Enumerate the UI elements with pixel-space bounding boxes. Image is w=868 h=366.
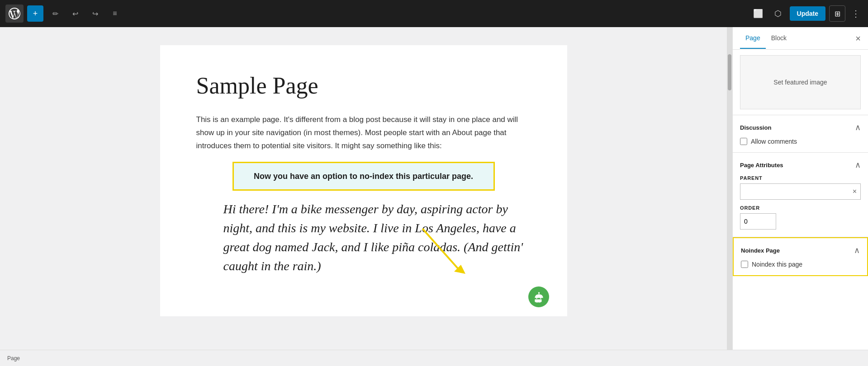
tab-block[interactable]: Block [766,28,792,49]
tab-page[interactable]: Page [740,28,766,49]
allow-comments-checkbox[interactable] [740,138,747,145]
noindex-section: Noindex Page ∧ Noindex this page [733,237,868,276]
redo-button[interactable]: ↪ [87,5,103,22]
page-attributes-title: Page Attributes [740,162,783,169]
status-page-label: Page [7,355,20,361]
italic-paragraph[interactable]: Hi there! I'm a bike messenger by day, a… [196,200,531,276]
page-attributes-header[interactable]: Page Attributes ∧ [740,160,861,170]
toolbar-right: ⬜ ⬡ Update ⊞ ⋮ [750,5,863,22]
discussion-title: Discussion [740,124,771,131]
page-title[interactable]: Sample Page [196,72,531,99]
noindex-label[interactable]: Noindex this page [752,261,802,268]
add-block-button[interactable]: + [27,5,43,22]
order-input[interactable] [740,213,776,230]
view-button[interactable]: ⬜ [750,5,766,22]
scrollbar-thumb[interactable] [728,54,731,90]
more-options-button[interactable]: ⋮ [849,5,863,22]
wp-logo[interactable] [5,5,24,23]
main-container: Sample Page This is an example page. It'… [0,27,868,350]
chatbot-icon[interactable] [528,286,549,307]
wordpress-icon [9,8,20,19]
featured-image-section: Set featured image [733,50,868,115]
sidebar-tabs: Page Block × [733,27,868,50]
edit-button[interactable]: ✏ [47,5,63,22]
parent-label: PARENT [740,175,861,181]
order-label: ORDER [740,205,861,211]
noindex-title: Noindex Page [741,247,780,254]
page-attributes-toggle-icon: ∧ [855,160,861,170]
page-attributes-section: Page Attributes ∧ PARENT × ORDER [733,153,868,237]
parent-input[interactable] [744,188,853,195]
allow-comments-label[interactable]: Allow comments [751,138,797,145]
scrollbar-track[interactable] [727,27,732,350]
editor-area: Sample Page This is an example page. It'… [0,27,727,350]
parent-input-row: × [740,183,861,200]
parent-clear-button[interactable]: × [853,188,857,196]
toolbar: + ✏ ↩ ↪ ≡ ⬜ ⬡ Update ⊞ ⋮ [0,0,868,27]
body-paragraph-1[interactable]: This is an example page. It's different … [196,113,531,153]
sidebar-body: Set featured image Discussion ∧ Allow co… [733,50,868,350]
list-view-button[interactable]: ≡ [107,5,123,22]
noindex-toggle-icon: ∧ [854,245,860,255]
noindex-checkbox[interactable] [741,261,748,268]
update-button[interactable]: Update [790,6,825,21]
noindex-checkbox-row: Noindex this page [741,261,860,268]
allow-comments-row: Allow comments [740,138,861,145]
undo-button[interactable]: ↩ [67,5,83,22]
featured-image-button[interactable]: Set featured image [740,55,861,109]
discussion-header[interactable]: Discussion ∧ [740,122,861,132]
discussion-section: Discussion ∧ Allow comments [733,115,868,153]
settings-button[interactable]: ⊞ [829,5,845,22]
page-body: This is an example page. It's different … [196,113,531,276]
external-link-button[interactable]: ⬡ [770,5,786,22]
noindex-header[interactable]: Noindex Page ∧ [741,245,860,255]
sidebar: Page Block × Set featured image Discussi… [732,27,868,350]
featured-image-label: Set featured image [773,79,827,86]
discussion-toggle-icon: ∧ [855,122,861,132]
highlight-text: Now you have an option to no-index this … [254,172,473,181]
highlight-box: Now you have an option to no-index this … [232,162,495,191]
bot-icon [533,291,545,303]
status-bar: Page [0,350,868,366]
editor-content: Sample Page This is an example page. It'… [160,45,567,316]
sidebar-close-button[interactable]: × [855,34,861,43]
